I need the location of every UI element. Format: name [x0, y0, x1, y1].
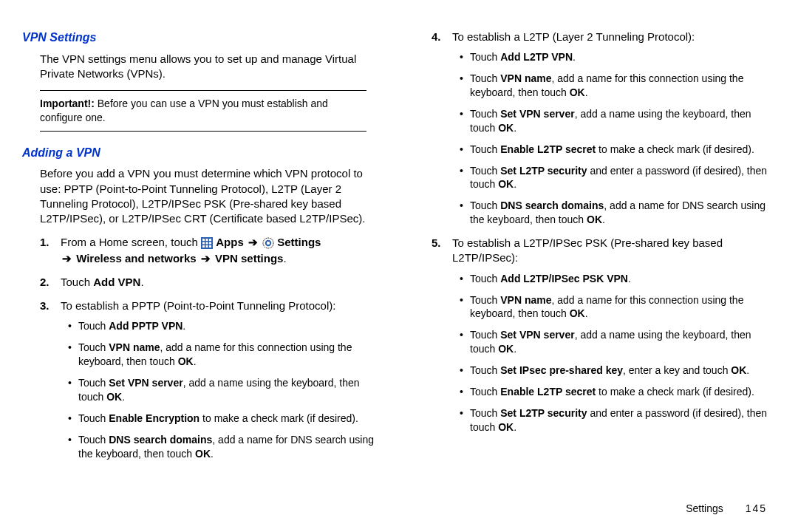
list-item: Touch VPN name, add a name for this conn… [68, 341, 384, 369]
step2-bold: Add VPN [93, 276, 140, 288]
step5-bullets: Touch Add L2TP/IPSec PSK VPN. Touch VPN … [460, 272, 776, 434]
steps-list-right: To establish a L2TP (Layer 2 Tunneling P… [432, 30, 776, 434]
important-label: Important!: [40, 98, 95, 109]
list-item: Touch Add L2TP/IPSec PSK VPN. [460, 272, 776, 286]
step4-text: To establish a L2TP (Layer 2 Tunneling P… [452, 30, 695, 43]
important-note: Important!: Before you can use a VPN you… [40, 90, 366, 132]
page-content: VPN Settings The VPN settings menu allow… [0, 0, 798, 517]
step3-bullets: Touch Add PPTP VPN. Touch VPN name, add … [68, 319, 384, 460]
svg-rect-8 [206, 245, 208, 248]
wireless-label: Wireless and networks [76, 252, 200, 265]
heading-adding-vpn: Adding a VPN [22, 145, 384, 161]
step1-pre: From a Home screen, touch [61, 236, 201, 248]
svg-rect-2 [206, 239, 208, 241]
arrow-icon: ➔ [248, 236, 258, 248]
step5-text: To establish a L2TP/IPSec PSK (Pre-share… [452, 236, 723, 264]
list-item: Touch DNS search domains, add a name for… [68, 433, 384, 461]
step-2: Touch Add VPN. [40, 275, 384, 290]
steps-list-left: From a Home screen, touch Apps ➔ Setting… [40, 235, 384, 460]
list-item: Touch Set L2TP security and enter a pass… [460, 406, 776, 434]
settings-icon [262, 236, 274, 250]
list-item: Touch VPN name, add a name for this conn… [460, 293, 776, 321]
heading-vpn-settings: VPN Settings [22, 30, 384, 46]
apps-label: Apps [216, 236, 247, 248]
vpn-intro-text: The VPN settings menu allows you to set … [40, 52, 384, 82]
svg-rect-4 [202, 242, 205, 245]
step-4: To establish a L2TP (Layer 2 Tunneling P… [432, 30, 776, 227]
svg-point-10 [263, 238, 273, 248]
list-item: Touch Set VPN server, add a name using t… [68, 376, 384, 404]
left-column: VPN Settings The VPN settings menu allow… [22, 30, 384, 502]
list-item: Touch Set IPsec pre-shared key, enter a … [460, 364, 776, 378]
svg-rect-5 [206, 242, 208, 245]
footer-page-number: 145 [746, 502, 767, 514]
list-item: Touch Add PPTP VPN. [68, 319, 384, 333]
svg-point-11 [266, 241, 270, 245]
arrow-icon: ➔ [62, 252, 72, 265]
svg-rect-6 [209, 242, 211, 245]
svg-rect-7 [202, 245, 205, 248]
settings-label: Settings [277, 236, 321, 248]
arrow-icon: ➔ [201, 252, 211, 265]
vpn-settings-label: VPN settings [215, 252, 284, 265]
list-item: Touch Add L2TP VPN. [460, 50, 776, 64]
list-item: Touch VPN name, add a name for this conn… [460, 72, 776, 100]
list-item: Touch Enable L2TP secret to make a check… [460, 143, 776, 157]
step-5: To establish a L2TP/IPSec PSK (Pre-share… [432, 236, 776, 434]
list-item: Touch Enable Encryption to make a check … [68, 412, 384, 426]
svg-rect-3 [209, 239, 211, 241]
list-item: Touch DNS search domains, add a name for… [460, 199, 776, 227]
apps-icon [201, 236, 213, 250]
step-1: From a Home screen, touch Apps ➔ Setting… [40, 235, 384, 265]
list-item: Touch Enable L2TP secret to make a check… [460, 385, 776, 399]
page-footer: Settings 145 [686, 502, 767, 516]
list-item: Touch Set L2TP security and enter a pass… [460, 164, 776, 192]
step3-text: To establish a PPTP (Point-to-Point Tunn… [61, 299, 335, 312]
adding-intro-text: Before you add a VPN you must determine … [40, 166, 384, 226]
svg-rect-1 [202, 239, 205, 241]
right-column: To establish a L2TP (Layer 2 Tunneling P… [414, 30, 776, 502]
footer-section: Settings [686, 502, 723, 514]
list-item: Touch Set VPN server, add a name using t… [460, 328, 776, 356]
svg-rect-9 [209, 245, 211, 248]
step2-pre: Touch [61, 276, 93, 288]
step-3: To establish a PPTP (Point-to-Point Tunn… [40, 299, 384, 460]
list-item: Touch Set VPN server, add a name using t… [460, 107, 776, 135]
step4-bullets: Touch Add L2TP VPN. Touch VPN name, add … [460, 50, 776, 227]
